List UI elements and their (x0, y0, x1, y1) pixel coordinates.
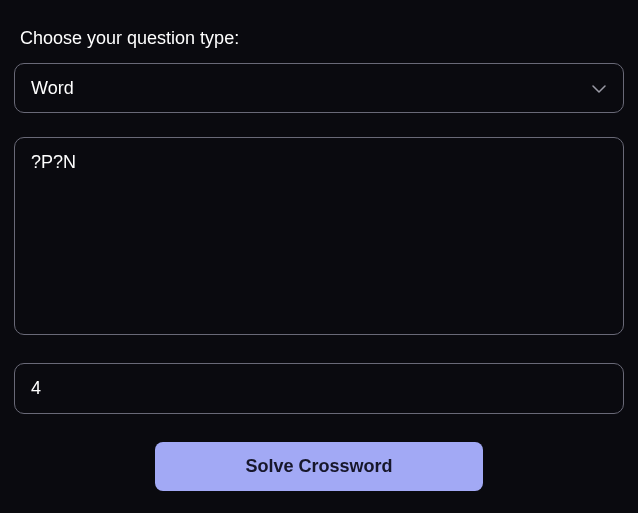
question-type-select-wrapper: Word (14, 63, 624, 113)
question-type-label: Choose your question type: (14, 28, 624, 49)
question-type-select[interactable]: Word (14, 63, 624, 113)
length-input[interactable] (14, 363, 624, 414)
solve-crossword-button[interactable]: Solve Crossword (155, 442, 482, 491)
pattern-input[interactable] (14, 137, 624, 335)
